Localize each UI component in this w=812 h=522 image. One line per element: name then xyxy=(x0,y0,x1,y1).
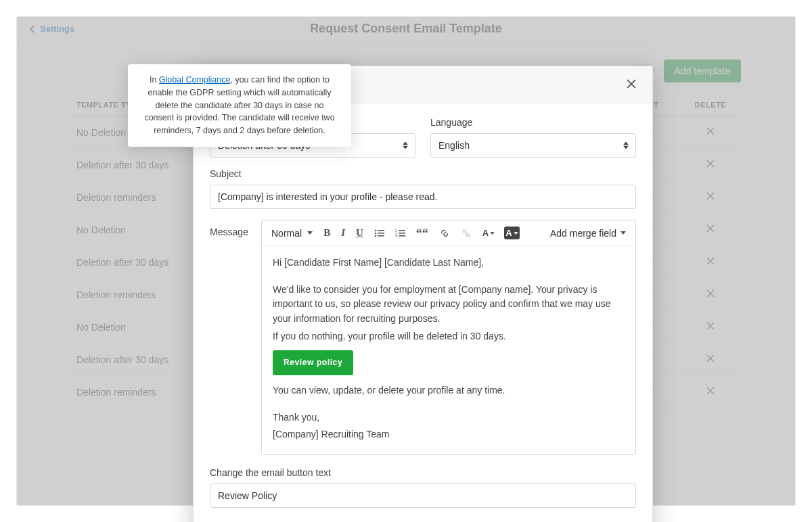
msg-p5: [Company] Recruiting Team xyxy=(273,427,625,442)
caret-down-icon xyxy=(307,231,313,235)
subject-field: Subject [Company] is interested in your … xyxy=(210,168,636,209)
info-tooltip: In Global Compliance, you can find the o… xyxy=(128,64,351,147)
msg-p1: We'd like to consider you for employment… xyxy=(273,283,625,327)
language-value: English xyxy=(438,140,470,151)
message-label: Message xyxy=(210,227,248,237)
button-text-field: Change the email button text Review Poli… xyxy=(210,467,636,508)
msg-p2: If you do nothing, your profile will be … xyxy=(273,329,625,344)
svg-rect-7 xyxy=(399,230,405,231)
language-field: Language English xyxy=(430,117,636,158)
bulleted-list-button[interactable] xyxy=(373,228,386,239)
sort-icon xyxy=(623,142,629,149)
language-select[interactable]: English xyxy=(430,133,636,158)
caret-down-icon xyxy=(514,232,518,235)
caret-down-icon xyxy=(621,231,626,235)
button-text-label: Change the email button text xyxy=(210,467,636,478)
review-policy-button[interactable]: Review policy xyxy=(273,350,353,375)
global-compliance-link[interactable]: Global Compliance xyxy=(159,75,231,85)
italic-button[interactable]: I xyxy=(340,226,346,240)
language-label: Language xyxy=(430,117,636,128)
modal-body: Type i Deletion after 30 days Language xyxy=(194,103,652,522)
svg-point-4 xyxy=(375,235,377,237)
highlight-color-button[interactable]: A xyxy=(504,227,519,239)
svg-rect-9 xyxy=(399,233,405,234)
close-button[interactable] xyxy=(625,78,637,92)
unlink-button[interactable] xyxy=(459,227,473,240)
subject-label: Subject xyxy=(210,168,636,179)
add-merge-field-button[interactable]: Add merge field xyxy=(549,227,627,240)
text-color-button[interactable]: A xyxy=(481,227,496,239)
svg-rect-1 xyxy=(378,230,384,231)
numbered-list-button[interactable]: 123 xyxy=(394,228,407,239)
msg-p3: You can view, update, or delete your pro… xyxy=(273,383,625,398)
msg-p4: Thank you, xyxy=(273,410,625,425)
close-icon xyxy=(625,78,637,90)
svg-rect-5 xyxy=(378,235,384,237)
editor-toolbar: Normal B I U 123 ““ A A xyxy=(262,220,635,246)
underline-button[interactable]: U xyxy=(355,226,365,240)
svg-rect-3 xyxy=(378,233,384,234)
editor-body[interactable]: Hi [Candidate First Name] [Candidate Las… xyxy=(262,246,635,454)
blockquote-button[interactable]: ““ xyxy=(415,229,430,238)
button-text-input[interactable]: Review Policy xyxy=(210,483,636,508)
svg-point-2 xyxy=(375,232,377,234)
svg-text:3: 3 xyxy=(395,235,397,237)
page-frame: Settings Request Consent Email Template … xyxy=(16,16,796,506)
tooltip-before: In xyxy=(150,75,159,85)
svg-rect-11 xyxy=(399,235,405,237)
svg-point-0 xyxy=(375,229,377,231)
bold-button[interactable]: B xyxy=(322,226,332,240)
merge-label: Add merge field xyxy=(550,228,616,239)
paragraph-style-value: Normal xyxy=(271,228,302,239)
paragraph-style-select[interactable]: Normal xyxy=(270,227,314,240)
sort-icon xyxy=(403,142,408,149)
message-editor: Normal B I U 123 ““ A A xyxy=(261,220,636,455)
msg-greeting: Hi [Candidate First Name] [Candidate Las… xyxy=(273,256,625,270)
link-button[interactable] xyxy=(438,227,451,240)
subject-input[interactable]: [Company] is interested in your profile … xyxy=(210,185,636,209)
caret-down-icon xyxy=(490,232,495,235)
